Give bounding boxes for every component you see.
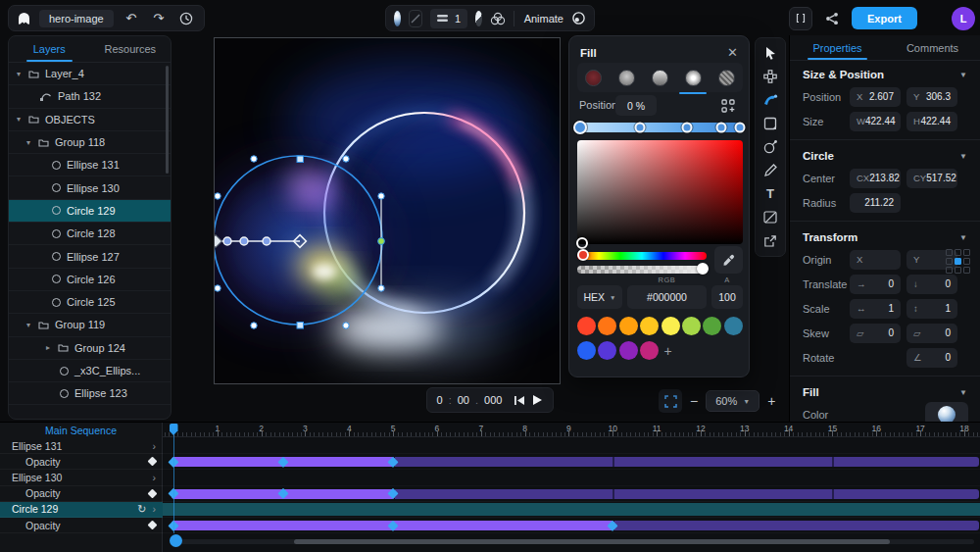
pencil-tool[interactable] bbox=[759, 160, 782, 180]
share-icon[interactable] bbox=[821, 8, 843, 29]
alpha-slider[interactable] bbox=[577, 266, 707, 274]
loop-icon[interactable]: ↻ bbox=[137, 503, 146, 516]
timeline-layer-row[interactable]: Ellipse 131› bbox=[0, 438, 163, 454]
fill-type-linear-gradient-2[interactable] bbox=[644, 63, 677, 92]
rectangle-tool[interactable] bbox=[759, 114, 782, 134]
embed-code-icon[interactable] bbox=[789, 7, 812, 30]
fill-type-pattern[interactable] bbox=[710, 63, 743, 92]
gradient-stop[interactable] bbox=[681, 123, 692, 133]
color-swatch[interactable] bbox=[724, 317, 743, 335]
blend-mode-icon[interactable] bbox=[490, 12, 506, 25]
chevron-right-icon[interactable]: ▸ bbox=[46, 343, 58, 352]
saturation-value-picker[interactable] bbox=[577, 140, 743, 244]
layer-row[interactable]: Path 132 bbox=[9, 85, 171, 108]
play-button[interactable] bbox=[531, 394, 543, 406]
add-gradient-stop-icon[interactable] bbox=[716, 95, 740, 117]
value-field[interactable]: ↔1 bbox=[850, 299, 901, 319]
color-swatch[interactable] bbox=[662, 317, 680, 335]
gradient-stop[interactable] bbox=[635, 123, 646, 133]
collapse-caret-icon[interactable]: ▼ bbox=[959, 152, 967, 161]
node-edit-tool[interactable] bbox=[759, 67, 782, 87]
timeline-property-row[interactable]: Opacity bbox=[0, 486, 163, 502]
export-asset-tool[interactable] bbox=[759, 230, 782, 251]
color-swatch[interactable] bbox=[619, 317, 638, 335]
value-field[interactable]: →0 bbox=[850, 275, 901, 294]
stroke-width-control[interactable]: 1 bbox=[430, 9, 467, 28]
keyframe-diamond-icon[interactable] bbox=[148, 457, 158, 467]
chevron-down-icon[interactable]: ▾ bbox=[17, 115, 28, 124]
timeline-property-row[interactable]: Opacity bbox=[0, 454, 163, 470]
timeline-layer-row[interactable]: Circle 129↻› bbox=[0, 502, 163, 518]
app-logo-icon[interactable] bbox=[17, 11, 31, 25]
animation-bar-extended[interactable] bbox=[395, 457, 979, 467]
animation-bar-extended[interactable] bbox=[614, 521, 979, 530]
value-field[interactable]: ↕1 bbox=[906, 299, 957, 319]
fill-type-solid[interactable] bbox=[577, 63, 611, 92]
value-field[interactable]: ▱0 bbox=[850, 324, 901, 343]
layer-row[interactable]: ▸Group 124 bbox=[9, 337, 171, 360]
timeline-property-row[interactable]: Opacity bbox=[0, 518, 163, 533]
hue-cursor[interactable] bbox=[577, 249, 589, 261]
pen-curve-tool[interactable] bbox=[759, 90, 782, 111]
gradient-stop[interactable] bbox=[573, 121, 587, 134]
layer-row[interactable]: Ellipse 127 bbox=[9, 245, 171, 268]
chevron-right-icon[interactable]: › bbox=[153, 440, 157, 452]
animate-icon[interactable] bbox=[571, 11, 586, 25]
value-field[interactable]: ∠0 bbox=[906, 348, 957, 368]
collapse-caret-icon[interactable]: ▼ bbox=[959, 388, 967, 397]
artboard[interactable] bbox=[214, 37, 561, 384]
fit-to-screen-icon[interactable] bbox=[659, 389, 682, 413]
color-swatch[interactable] bbox=[640, 341, 659, 360]
keyframe-diamond-icon[interactable] bbox=[148, 488, 158, 498]
chevron-right-icon[interactable]: › bbox=[153, 503, 157, 515]
tab-resources[interactable]: Resources bbox=[90, 36, 172, 62]
skip-to-start-button[interactable] bbox=[514, 395, 525, 406]
collapse-caret-icon[interactable]: ▼ bbox=[959, 71, 967, 79]
undo-button[interactable]: ↶ bbox=[122, 9, 141, 28]
color-swatch[interactable] bbox=[682, 317, 701, 335]
fill-type-radial-gradient[interactable] bbox=[676, 63, 710, 92]
collapse-caret-icon[interactable]: ▼ bbox=[959, 233, 967, 242]
layer-row[interactable]: Circle 128 bbox=[9, 223, 171, 245]
tab-properties[interactable]: Properties bbox=[790, 35, 885, 60]
animation-bar-extended[interactable] bbox=[395, 489, 979, 499]
timeline-zoom-handle[interactable] bbox=[170, 534, 182, 547]
section-header[interactable]: Transform▼ bbox=[790, 224, 980, 247]
value-field[interactable]: ↓0 bbox=[906, 275, 957, 294]
color-swatch[interactable] bbox=[598, 341, 616, 360]
layer-row[interactable]: ▾Group 119 bbox=[9, 314, 171, 336]
chevron-right-icon[interactable]: › bbox=[153, 472, 157, 483]
timeline-scrollbar-thumb[interactable] bbox=[294, 539, 890, 544]
value-field[interactable]: W422.44 bbox=[850, 112, 901, 131]
layer-row[interactable]: _x3C_Ellips... bbox=[9, 360, 171, 382]
alpha-cursor[interactable] bbox=[697, 263, 709, 275]
avatar[interactable]: L bbox=[952, 7, 975, 30]
close-icon[interactable]: ✕ bbox=[727, 45, 738, 60]
export-button[interactable]: Export bbox=[852, 7, 917, 29]
zoom-level-dropdown[interactable]: 60% ▼ bbox=[706, 390, 760, 412]
add-swatch-button[interactable]: + bbox=[664, 343, 672, 359]
color-swatch[interactable] bbox=[619, 341, 638, 360]
color-swatch[interactable] bbox=[577, 341, 596, 360]
timeline-ruler[interactable]: 0123456789101112131415161718 bbox=[163, 423, 980, 437]
value-field[interactable]: H422.44 bbox=[906, 112, 957, 131]
eyedropper-icon[interactable] bbox=[714, 246, 743, 274]
value-field[interactable]: X bbox=[850, 250, 901, 270]
layer-row[interactable]: ▾Group 118 bbox=[9, 131, 171, 154]
layer-row[interactable]: ▾Layer_4 bbox=[9, 63, 171, 85]
value-field[interactable]: CX213.82 bbox=[850, 169, 901, 188]
fill-color-swatch[interactable] bbox=[394, 11, 401, 26]
color-swatch[interactable] bbox=[703, 317, 721, 335]
color-swatch[interactable] bbox=[640, 317, 659, 335]
animate-button[interactable]: Animate bbox=[524, 13, 564, 25]
timeline-layer-row[interactable]: Ellipse 130› bbox=[0, 470, 163, 485]
hue-slider[interactable] bbox=[577, 252, 707, 260]
ellipse-tool[interactable] bbox=[759, 137, 782, 158]
alpha-value-field[interactable]: A 100 bbox=[711, 285, 743, 309]
chevron-down-icon[interactable]: ▾ bbox=[26, 321, 38, 329]
value-field[interactable]: Y306.3 bbox=[906, 87, 957, 107]
layer-row[interactable]: ▾OBJECTS bbox=[9, 109, 171, 131]
gradient-stop[interactable] bbox=[734, 123, 745, 133]
hex-value-field[interactable]: RGB #000000 bbox=[627, 285, 707, 309]
value-field[interactable]: 211.22 bbox=[850, 193, 901, 213]
